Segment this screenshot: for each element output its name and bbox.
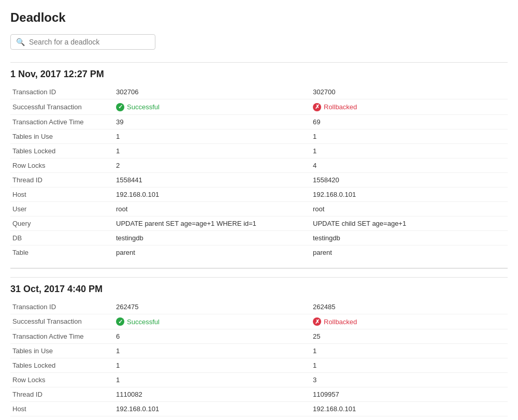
section-divider <box>10 268 508 269</box>
row-val2: 192.168.0.101 <box>311 402 508 416</box>
row-val1: 192.168.0.101 <box>114 187 311 201</box>
row-val1: root <box>114 416 311 421</box>
row-val2: 3 <box>311 373 508 387</box>
status-badge-success: ✓Successful <box>116 317 160 326</box>
row-label: Transaction ID <box>10 300 114 314</box>
table-row: Tables Locked11 <box>10 143 508 158</box>
row-val1: 1 <box>114 129 311 143</box>
search-bar[interactable]: 🔍 <box>10 34 155 50</box>
row-label: Tables Locked <box>10 358 114 373</box>
status-badge-rollback: ✗Rollbacked <box>313 103 357 111</box>
row-val2: 1 <box>311 143 508 158</box>
table-row: Host192.168.0.101192.168.0.101 <box>10 187 508 201</box>
search-icon: 🔍 <box>16 38 25 46</box>
row-val1: 1 <box>114 358 311 373</box>
row-val2: root <box>311 416 508 421</box>
row-label: Transaction Active Time <box>10 114 114 129</box>
deadlock-list: 1 Nov, 2017 12:27 PMTransaction ID302706… <box>10 62 508 420</box>
page-container: Deadlock 🔍 1 Nov, 2017 12:27 PMTransacti… <box>0 0 518 420</box>
row-val1: root <box>114 201 311 216</box>
row-val1: ✓Successful <box>114 314 311 329</box>
row-label: Tables Locked <box>10 143 114 158</box>
row-val2: 262485 <box>311 300 508 314</box>
row-val2: root <box>311 201 508 216</box>
table-row: Transaction Active Time625 <box>10 329 508 344</box>
row-val1: 1 <box>114 344 311 358</box>
deadlock-table: Transaction ID262475262485Successful Tra… <box>10 300 508 421</box>
status-badge-rollback: ✗Rollbacked <box>313 317 357 326</box>
row-val1: 39 <box>114 114 311 129</box>
row-label: Table <box>10 245 114 259</box>
row-label: Tables in Use <box>10 129 114 143</box>
table-row: Thread ID15584411558420 <box>10 172 508 187</box>
row-val2: ✗Rollbacked <box>311 314 508 329</box>
deadlock-date: 1 Nov, 2017 12:27 PM <box>10 69 508 80</box>
row-val2: 25 <box>311 329 508 344</box>
row-val1: 6 <box>114 329 311 344</box>
row-label: Transaction ID <box>10 85 114 99</box>
table-row: Tables in Use11 <box>10 129 508 143</box>
row-val1: 192.168.0.101 <box>114 402 311 416</box>
table-row: Tables Locked11 <box>10 358 508 373</box>
success-icon: ✓ <box>116 103 124 111</box>
table-row: Transaction ID302706302700 <box>10 85 508 99</box>
rollback-icon: ✗ <box>313 103 321 111</box>
success-icon: ✓ <box>116 317 124 326</box>
table-row: DBtestingdbtestingdb <box>10 230 508 245</box>
table-row: Row Locks13 <box>10 373 508 387</box>
table-row: QueryUPDATE parent SET age=age+1 WHERE i… <box>10 216 508 230</box>
table-row: Userrootroot <box>10 416 508 421</box>
table-row: Row Locks24 <box>10 158 508 172</box>
row-val1: UPDATE parent SET age=age+1 WHERE id=1 <box>114 216 311 230</box>
row-label: Thread ID <box>10 387 114 402</box>
table-row: Tables in Use11 <box>10 344 508 358</box>
table-row: Tableparentparent <box>10 245 508 259</box>
row-val2: testingdb <box>311 230 508 245</box>
deadlock-section: 1 Nov, 2017 12:27 PMTransaction ID302706… <box>10 62 508 259</box>
status-badge-success: ✓Successful <box>116 103 160 111</box>
row-label: Host <box>10 187 114 201</box>
search-input[interactable] <box>29 38 150 46</box>
row-label: Query <box>10 216 114 230</box>
row-val1: 2 <box>114 158 311 172</box>
row-label: Row Locks <box>10 373 114 387</box>
row-val1: 302706 <box>114 85 311 99</box>
row-val1: parent <box>114 245 311 259</box>
row-val2: 1 <box>311 129 508 143</box>
row-val2: 1 <box>311 344 508 358</box>
table-row: Successful Transaction✓Successful✗Rollba… <box>10 99 508 115</box>
row-val1: 262475 <box>114 300 311 314</box>
table-row: Userrootroot <box>10 201 508 216</box>
row-label: Host <box>10 402 114 416</box>
row-label: Transaction Active Time <box>10 329 114 344</box>
row-val2: 192.168.0.101 <box>311 187 508 201</box>
row-val1: 1 <box>114 373 311 387</box>
table-row: Transaction ID262475262485 <box>10 300 508 314</box>
row-label: Successful Transaction <box>10 99 114 115</box>
table-row: Transaction Active Time3969 <box>10 114 508 129</box>
row-label: Tables in Use <box>10 344 114 358</box>
row-val2: 1558420 <box>311 172 508 187</box>
row-val1: 1110082 <box>114 387 311 402</box>
row-label: Thread ID <box>10 172 114 187</box>
row-val1: 1558441 <box>114 172 311 187</box>
row-label: User <box>10 416 114 421</box>
row-label: DB <box>10 230 114 245</box>
row-val2: 1109957 <box>311 387 508 402</box>
deadlock-section: 31 Oct, 2017 4:40 PMTransaction ID262475… <box>10 277 508 421</box>
deadlock-date: 31 Oct, 2017 4:40 PM <box>10 284 508 295</box>
row-val1: ✓Successful <box>114 99 311 115</box>
row-val2: 4 <box>311 158 508 172</box>
row-val2: 1 <box>311 358 508 373</box>
row-val2: parent <box>311 245 508 259</box>
row-val2: ✗Rollbacked <box>311 99 508 115</box>
table-row: Thread ID11100821109957 <box>10 387 508 402</box>
row-label: Row Locks <box>10 158 114 172</box>
table-row: Successful Transaction✓Successful✗Rollba… <box>10 314 508 329</box>
table-row: Host192.168.0.101192.168.0.101 <box>10 402 508 416</box>
deadlock-table: Transaction ID302706302700Successful Tra… <box>10 85 508 259</box>
page-title: Deadlock <box>10 10 508 25</box>
rollback-icon: ✗ <box>313 317 321 326</box>
row-val2: UPDATE child SET age=age+1 <box>311 216 508 230</box>
row-val2: 69 <box>311 114 508 129</box>
